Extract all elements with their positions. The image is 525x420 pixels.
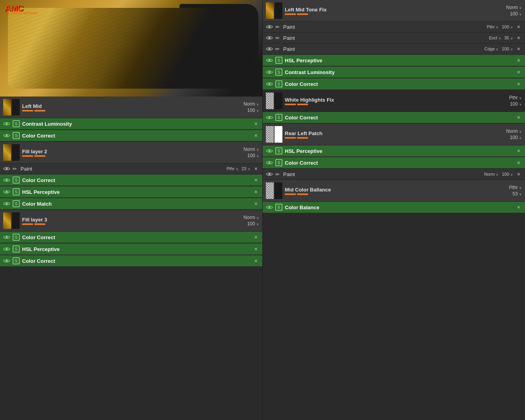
- close-icon[interactable]: ×: [253, 132, 259, 139]
- close-icon[interactable]: ×: [253, 258, 259, 264]
- paint-row-cdge[interactable]: ✏ Paint Cdge ∨ 100 ∨ ×: [263, 44, 525, 54]
- s-icon[interactable]: S: [13, 200, 20, 207]
- s-icon[interactable]: S: [275, 69, 282, 76]
- paint-row-excl[interactable]: ✏ Paint Excl ∨ 35 ∨ ×: [263, 33, 525, 43]
- val-dropdown-rl[interactable]: 100 ∨: [510, 135, 522, 140]
- eye-icon[interactable]: [3, 246, 10, 252]
- close-icon[interactable]: ×: [516, 148, 522, 154]
- s-icon[interactable]: S: [13, 188, 20, 195]
- eye-icon[interactable]: [266, 81, 273, 87]
- filter-hsl-right-1[interactable]: S HSL Perceptive ×: [263, 55, 525, 66]
- s-icon[interactable]: S: [275, 80, 282, 87]
- close-icon[interactable]: ×: [516, 160, 522, 166]
- val-dropdown-left-mid[interactable]: 100 ∨: [247, 108, 259, 113]
- close-icon[interactable]: ×: [253, 246, 259, 252]
- norm-dropdown-fill-3[interactable]: Norm ∨: [243, 215, 259, 220]
- filter-hsl-rl[interactable]: S HSL Perceptive ×: [263, 145, 525, 156]
- eye-icon[interactable]: [3, 201, 10, 206]
- paint-mode[interactable]: Pthr ∨: [226, 166, 238, 171]
- eye-icon-paint[interactable]: [266, 171, 273, 177]
- paint-mode[interactable]: Cdge ∨: [484, 46, 499, 51]
- eye-icon[interactable]: [266, 58, 273, 63]
- val-dropdown-wh[interactable]: 100 ∨: [510, 101, 522, 107]
- val-dropdown-fill-2[interactable]: 100 ∨: [247, 153, 259, 158]
- eye-icon-paint[interactable]: [266, 24, 273, 30]
- s-icon[interactable]: S: [275, 114, 282, 121]
- paint-mode[interactable]: Pthr ∨: [487, 24, 499, 29]
- eye-icon-paint[interactable]: [3, 166, 10, 171]
- paint-val[interactable]: 23 ∨: [242, 166, 250, 171]
- norm-dropdown-rl[interactable]: Norm ∨: [506, 128, 522, 134]
- close-icon[interactable]: ×: [253, 189, 259, 195]
- eye-icon[interactable]: [3, 258, 10, 264]
- val-dropdown-r[interactable]: 100 ∨: [510, 11, 522, 17]
- close-icon-paint[interactable]: ×: [516, 171, 522, 177]
- close-icon-paint[interactable]: ×: [516, 35, 522, 41]
- paint-val[interactable]: 35 ∨: [504, 35, 513, 40]
- s-icon[interactable]: S: [13, 257, 20, 264]
- paint-val[interactable]: 100 ∨: [502, 46, 513, 51]
- norm-dropdown-r[interactable]: Norm ∨: [506, 5, 522, 10]
- filter-color-correct-right-1[interactable]: S Color Correct ×: [263, 78, 525, 89]
- s-icon[interactable]: S: [13, 177, 20, 184]
- close-icon-paint[interactable]: ×: [516, 46, 522, 52]
- close-icon-paint[interactable]: ×: [253, 165, 259, 172]
- norm-dropdown-left-mid[interactable]: Norm ∨: [243, 101, 259, 107]
- eye-icon[interactable]: [266, 69, 273, 75]
- filter-color-correct-rl[interactable]: S Color Correct ×: [263, 157, 525, 168]
- filter-color-match[interactable]: S Color Match ×: [0, 198, 262, 209]
- close-icon[interactable]: ×: [516, 114, 522, 121]
- s-icon[interactable]: S: [13, 245, 20, 253]
- close-icon[interactable]: ×: [253, 201, 259, 207]
- paint-row-pthr[interactable]: ✏ Paint Pthr ∨ 100 ∨ ×: [263, 22, 525, 32]
- s-icon[interactable]: S: [13, 132, 20, 139]
- norm-dropdown-wh[interactable]: Pthr ∨: [509, 95, 522, 100]
- filter-color-balance[interactable]: S Color Balance ×: [263, 202, 525, 213]
- eye-icon[interactable]: [3, 121, 10, 126]
- s-icon[interactable]: S: [13, 234, 20, 241]
- val-dropdown-fill-3[interactable]: 100 ∨: [247, 221, 259, 227]
- s-icon[interactable]: S: [275, 204, 282, 211]
- s-icon[interactable]: S: [275, 57, 282, 64]
- paint-val[interactable]: 100 ∨: [502, 172, 513, 177]
- paint-row-fill-2[interactable]: ✏ Paint Pthr ∨ 23 ∨ ×: [0, 164, 262, 174]
- paint-mode[interactable]: Norm ∨: [484, 172, 499, 177]
- eye-icon-paint[interactable]: [266, 46, 273, 52]
- norm-dropdown-mc[interactable]: Pthr ∨: [509, 185, 522, 190]
- close-icon[interactable]: ×: [253, 121, 259, 127]
- filter-color-correct-fill3[interactable]: S Color Correct ×: [0, 232, 262, 243]
- s-icon[interactable]: S: [275, 159, 282, 166]
- filter-color-correct-wh[interactable]: S Color Correct ×: [263, 112, 525, 123]
- eye-icon[interactable]: [3, 234, 10, 240]
- filter-hsl-fill3[interactable]: S HSL Perceptive ×: [0, 243, 262, 255]
- eye-icon[interactable]: [266, 148, 273, 154]
- s-icon[interactable]: S: [275, 147, 282, 154]
- close-icon-paint[interactable]: ×: [516, 24, 522, 30]
- close-icon[interactable]: ×: [516, 57, 522, 63]
- filter-contrast-luminosity[interactable]: S Contrast Luminosity ×: [0, 118, 262, 129]
- eye-icon[interactable]: [3, 177, 10, 183]
- eye-icon[interactable]: [266, 160, 273, 165]
- eye-icon[interactable]: [3, 133, 10, 138]
- paint-val[interactable]: 100 ∨: [502, 24, 513, 29]
- eye-icon[interactable]: [3, 189, 10, 195]
- filter-contrast-right[interactable]: S Contrast Luminosity ×: [263, 67, 525, 78]
- val-dropdown-mc[interactable]: 53 ∨: [512, 191, 522, 197]
- close-icon[interactable]: ×: [516, 204, 522, 210]
- paint-row-rl[interactable]: ✏ Paint Norm ∨ 100 ∨ ×: [263, 169, 525, 179]
- s-icon[interactable]: S: [13, 120, 20, 127]
- filter-color-correct-standalone[interactable]: S Color Correct ×: [0, 255, 262, 266]
- filter-hsl-perceptive-left[interactable]: S HSL Perceptive ×: [0, 186, 262, 197]
- filter-color-correct-2[interactable]: S Color Correct ×: [0, 175, 262, 186]
- close-icon[interactable]: ×: [516, 81, 522, 87]
- eye-icon[interactable]: [266, 115, 273, 120]
- close-icon[interactable]: ×: [253, 177, 259, 183]
- filter-color-correct-1[interactable]: S Color Correct ×: [0, 130, 262, 141]
- norm-dropdown-fill-2[interactable]: Norm ∨: [243, 147, 259, 152]
- eye-icon[interactable]: [266, 204, 273, 210]
- close-icon[interactable]: ×: [516, 69, 522, 75]
- layer-thumb-left-mid: [3, 99, 20, 115]
- eye-icon-paint[interactable]: [266, 35, 273, 41]
- paint-mode[interactable]: Excl ∨: [489, 35, 501, 40]
- close-icon[interactable]: ×: [253, 234, 259, 240]
